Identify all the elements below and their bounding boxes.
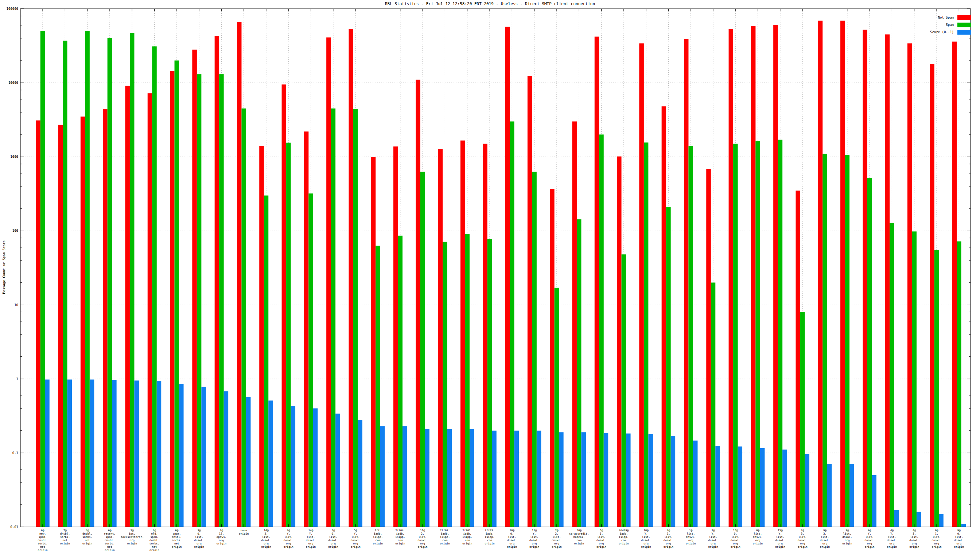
bar-not-spam-37 <box>840 21 845 527</box>
bar-spam-38 <box>867 178 872 527</box>
bar-spam-26 <box>599 135 604 527</box>
bar-score-0-1-10 <box>246 397 251 527</box>
bar-score-0-1-9 <box>224 391 229 527</box>
bar-spam-39 <box>889 223 894 527</box>
y-tick-label: 0.01 <box>0 525 18 529</box>
bar-score-0-1-26 <box>604 433 608 527</box>
bar-spam-24 <box>555 288 559 527</box>
bar-spam-17 <box>398 236 403 527</box>
bar-not-spam-41 <box>930 64 934 527</box>
bar-not-spam-18 <box>415 80 420 527</box>
bar-not-spam-36 <box>818 21 823 527</box>
x-category-label: 11@ Y. list. dnswl. org origin <box>523 529 546 548</box>
bar-spam-32 <box>733 144 738 527</box>
bar-score-0-1-31 <box>715 446 720 527</box>
x-category-label: 15@ 0. list. dnswl. org origin <box>724 529 747 548</box>
bar-spam-30 <box>688 146 693 527</box>
bar-not-spam-10 <box>237 22 242 527</box>
x-category-label: 2ff04. iadb. isipp. com origin <box>389 529 412 545</box>
y-tick-label: 100000 <box>0 7 18 11</box>
legend-item-score: Score (0..1) <box>868 29 971 36</box>
y-tick-label: 1 <box>0 377 18 381</box>
plot-area <box>0 0 980 551</box>
bar-spam-23 <box>532 171 537 527</box>
legend-label-not-spam: Not Spam <box>938 16 954 19</box>
x-category-label: 2ff02. iadb. isipp. com origin <box>433 529 456 545</box>
bar-not-spam-38 <box>862 30 867 527</box>
bar-spam-7 <box>175 60 180 527</box>
rbl-statistics-chart: RBL Statistics - Fri Jul 12 12:58:20 EDT… <box>0 0 980 551</box>
bar-spam-27 <box>622 254 626 527</box>
x-category-label: 6@ old. spam. dnsbl. sorbs. net origin <box>143 529 166 551</box>
bar-score-0-1-12 <box>291 406 296 527</box>
bar-not-spam-20 <box>460 141 465 527</box>
bar-spam-2 <box>63 41 67 527</box>
legend-item-not-spam: Not Spam <box>868 14 971 21</box>
legend-item-spam: Spam <box>868 21 971 29</box>
bar-score-0-1-28 <box>648 434 653 527</box>
bar-score-0-1-38 <box>872 475 877 527</box>
bar-score-0-1-36 <box>827 464 832 527</box>
bar-score-0-1-30 <box>693 441 698 527</box>
bar-score-0-1-13 <box>313 408 318 527</box>
bar-score-0-1-41 <box>939 514 943 527</box>
x-category-label: 9@ 1. list. dnswl. org origin <box>925 529 948 548</box>
bar-score-0-1-32 <box>738 446 743 527</box>
bar-not-spam-17 <box>393 146 398 527</box>
bar-not-spam-33 <box>751 26 756 527</box>
x-category-label: 6@ dnsbl. sorbs. net origin <box>76 529 99 545</box>
x-category-label: 5@ Y. list. dnswl. org origin <box>344 529 367 548</box>
bar-spam-31 <box>711 283 716 527</box>
x-category-label: none origin <box>232 529 255 535</box>
bar-spam-33 <box>756 141 760 527</box>
x-category-label: 0@ list. dnswl. org origin <box>747 529 769 545</box>
bar-spam-3 <box>85 31 90 527</box>
bar-not-spam-7 <box>170 71 175 527</box>
x-category-label: 11@ 2. list. dnswl. org origin <box>411 529 434 548</box>
bar-not-spam-21 <box>483 144 487 527</box>
bar-not-spam-31 <box>706 169 711 527</box>
x-category-label: 3@ 1. list. dnswl. org origin <box>657 529 679 548</box>
bar-spam-6 <box>152 46 157 527</box>
bar-spam-29 <box>666 207 671 527</box>
bar-not-spam-3 <box>81 117 85 527</box>
x-category-label: 9@ Y. list. dnswl. org origin <box>858 529 881 548</box>
x-category-label: 10@ Y. list. dnswl. org origin <box>635 529 657 548</box>
bar-score-0-1-19 <box>447 429 452 527</box>
x-category-label: 3@ Y. list. dnswl. org origin <box>277 529 300 548</box>
bar-not-spam-27 <box>617 156 622 527</box>
x-category-label: 6@ recent. spam. dnsbl. sorbs. net origi… <box>99 529 121 551</box>
bar-spam-1 <box>40 31 45 527</box>
legend-swatch-score-icon <box>958 30 971 35</box>
x-category-label: 7@ dnsbl. sorbs. net origin <box>54 529 76 545</box>
x-category-label: 15@ Y. list. dnswl. org origin <box>769 529 792 548</box>
bar-score-0-1-35 <box>805 454 810 527</box>
legend-swatch-not-spam-icon <box>958 15 971 20</box>
bar-not-spam-2 <box>58 125 63 527</box>
x-category-label: 9@ 0. list. dnswl. org origin <box>948 529 970 548</box>
legend-swatch-spam-icon <box>958 22 971 27</box>
bar-spam-15 <box>353 110 358 527</box>
legend-label-score: Score (0..1) <box>930 30 954 34</box>
legend-label-spam: Spam <box>946 23 954 27</box>
bar-not-spam-9 <box>215 36 220 527</box>
bar-spam-14 <box>331 109 336 527</box>
bar-score-0-1-5 <box>134 380 139 527</box>
bar-not-spam-26 <box>595 37 600 527</box>
bar-score-0-1-20 <box>469 429 474 527</box>
bar-score-0-1-15 <box>358 420 363 527</box>
x-category-label: 2ff03. iadb. isipp. com origin <box>478 529 501 545</box>
x-category-label: 2@ ips. backscatterer. org origin <box>121 529 143 545</box>
bar-not-spam-28 <box>639 43 644 527</box>
bar-spam-37 <box>845 155 850 527</box>
y-tick-label: 10 <box>0 303 18 307</box>
bar-spam-40 <box>912 232 916 527</box>
bar-not-spam-23 <box>528 76 532 527</box>
x-category-label: 50@ sa-accredit. habeas. com origin <box>568 529 590 545</box>
bar-score-0-1-22 <box>514 431 519 527</box>
bar-score-0-1-7 <box>179 384 184 527</box>
bar-not-spam-25 <box>572 121 577 527</box>
bar-score-0-1-17 <box>402 426 407 527</box>
x-category-label: 1ff. iadb. isipp. com origin <box>367 529 390 545</box>
y-tick-label: 1000 <box>0 155 18 159</box>
